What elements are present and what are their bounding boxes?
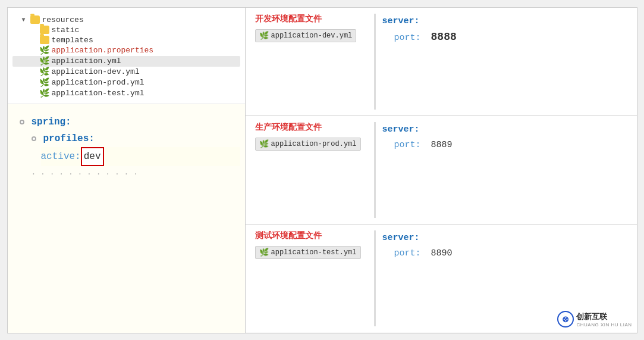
divider-test <box>375 230 376 326</box>
folder-icon-templates <box>40 36 49 44</box>
tree-item-app-properties[interactable]: 🌿 application.properties <box>12 45 240 56</box>
divider-dev <box>375 14 376 110</box>
port-line-prod: port: 8889 <box>382 138 627 153</box>
tree-item-app-test-yml[interactable]: 🌿 application-test.yml <box>12 88 240 99</box>
watermark-circle: ⊗ <box>557 311 574 327</box>
tree-label-app-prod-yml: application-prod.yml <box>52 78 144 87</box>
tree-label-app-dev-yml: application-dev.yml <box>52 67 140 76</box>
code-area-left: spring: profiles: active: dev · · · · · … <box>8 104 245 333</box>
file-tree: ▼ resources static templates 🌿 applicati… <box>8 8 245 104</box>
tree-item-app-prod-yml[interactable]: 🌿 application-prod.yml <box>12 77 240 88</box>
watermark: ⊗ 创新互联 CHUANG XIN HU LIAN <box>557 311 632 327</box>
file-badge-label-dev: application-dev.yml <box>271 32 353 40</box>
code-line-spring: spring: <box>20 114 240 130</box>
watermark-text-block: 创新互联 CHUANG XIN HU LIAN <box>576 311 632 327</box>
section-right-prod: server: port: 8889 <box>374 122 627 218</box>
left-panel: ▼ resources static templates 🌿 applicati… <box>8 8 246 333</box>
file-badge-label-prod: application-prod.yml <box>271 140 357 148</box>
yml-file-icon-test: 🌿 <box>40 89 49 98</box>
port-key-dev: port: <box>394 33 421 43</box>
server-key-prod: server: <box>382 124 420 135</box>
code-line-trailing: · · · · · · · · · · · · <box>32 166 240 183</box>
folder-icon-resources <box>30 15 40 24</box>
port-line-dev: port: 8888 <box>382 29 627 46</box>
port-key-prod: port: <box>394 140 421 150</box>
port-value-dev: 8888 <box>431 31 457 43</box>
section-left-prod: 生产环境配置文件 🌿 application-prod.yml <box>255 122 374 218</box>
leaf-icon-test: 🌿 <box>259 248 269 257</box>
active-value[interactable]: dev <box>81 147 104 166</box>
config-section-test: 测试环境配置文件 🌿 application-test.yml server: … <box>246 224 637 332</box>
tree-label-app-yml: application.yml <box>52 57 121 65</box>
code-block-dev: server: port: 8888 <box>382 14 627 46</box>
server-line-dev: server: <box>382 14 627 29</box>
server-key-test: server: <box>382 233 420 243</box>
tree-item-static[interactable]: static <box>12 25 240 35</box>
port-line-test: port: 8890 <box>382 246 627 261</box>
section-title-prod: 生产环境配置文件 <box>255 122 322 133</box>
properties-file-icon: 🌿 <box>40 46 49 55</box>
section-left-test: 测试环境配置文件 🌿 application-test.yml <box>255 230 374 326</box>
leaf-icon-prod: 🌿 <box>259 139 269 149</box>
divider-prod <box>375 122 376 218</box>
port-value-test: 8890 <box>431 248 453 258</box>
profiles-key: profiles: <box>43 130 95 147</box>
config-section-dev: 开发环境配置文件 🌿 application-dev.yml server: p… <box>246 8 637 116</box>
tree-label-app-test-yml: application-test.yml <box>52 89 144 98</box>
port-key-test: port: <box>394 248 421 258</box>
tree-label-templates: templates <box>52 36 93 45</box>
server-line-prod: server: <box>382 122 627 138</box>
tree-label-app-properties: application.properties <box>52 46 154 55</box>
section-title-test: 测试环境配置文件 <box>255 230 322 241</box>
tree-item-app-dev-yml[interactable]: 🌿 application-dev.yml <box>12 67 240 77</box>
section-right-dev: server: port: 8888 <box>374 14 627 110</box>
section-title-dev: 开发环境配置文件 <box>255 14 322 24</box>
yml-file-icon-prod: 🌿 <box>40 78 49 88</box>
file-badge-prod[interactable]: 🌿 application-prod.yml <box>255 138 361 151</box>
code-line-active: active: dev <box>41 147 240 166</box>
code-block-test: server: port: 8890 <box>382 230 627 261</box>
leaf-icon-dev: 🌿 <box>259 31 269 40</box>
section-left-dev: 开发环境配置文件 🌿 application-dev.yml <box>255 14 374 110</box>
file-badge-test[interactable]: 🌿 application-test.yml <box>255 246 361 259</box>
watermark-chinese: 创新互联 <box>576 311 632 322</box>
right-panel: 开发环境配置文件 🌿 application-dev.yml server: p… <box>246 8 637 333</box>
file-badge-dev[interactable]: 🌿 application-dev.yml <box>255 29 357 42</box>
file-badge-label-test: application-test.yml <box>271 248 357 257</box>
config-section-prod: 生产环境配置文件 🌿 application-prod.yml server: … <box>246 116 637 224</box>
connector-dot-spring <box>20 120 24 124</box>
server-line-test: server: <box>382 230 627 246</box>
code-block-prod: server: port: 8889 <box>382 122 627 153</box>
tree-arrow-resources: ▼ <box>22 17 29 23</box>
tree-item-app-yml[interactable]: 🌿 application.yml <box>12 56 240 67</box>
active-key: active: <box>41 148 81 165</box>
main-container: ▼ resources static templates 🌿 applicati… <box>7 7 637 333</box>
port-value-prod: 8889 <box>431 140 453 150</box>
server-key-dev: server: <box>382 16 420 26</box>
yml-file-icon-dev: 🌿 <box>40 67 49 77</box>
watermark-english: CHUANG XIN HU LIAN <box>576 322 632 327</box>
tree-item-resources[interactable]: ▼ resources <box>12 15 240 25</box>
yml-file-icon-app: 🌿 <box>40 57 49 66</box>
tree-label-resources: resources <box>42 15 84 24</box>
watermark-symbol: ⊗ <box>562 314 569 324</box>
tree-label-static: static <box>52 26 80 35</box>
trailing-dots: · · · · · · · · · · · · <box>32 166 138 183</box>
folder-icon-static <box>40 26 49 34</box>
tree-item-templates[interactable]: templates <box>12 35 240 45</box>
connector-dot-profiles <box>32 136 36 141</box>
code-line-profiles: profiles: <box>32 130 240 147</box>
spring-key: spring: <box>32 114 71 130</box>
